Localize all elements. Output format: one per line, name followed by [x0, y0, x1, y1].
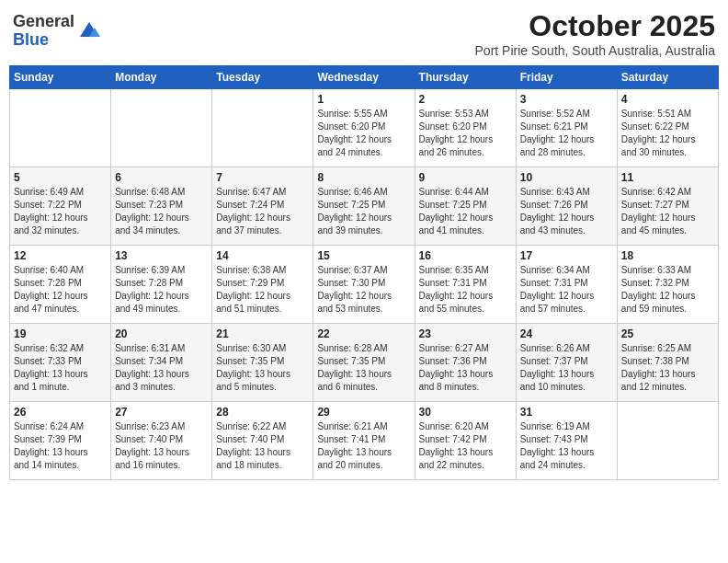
calendar-cell: 29Sunrise: 6:21 AMSunset: 7:41 PMDayligh… [313, 402, 415, 480]
day-info: Sunrise: 6:30 AMSunset: 7:35 PMDaylight:… [216, 342, 309, 394]
calendar-cell [212, 89, 313, 167]
weekday-header-sunday: Sunday [10, 66, 111, 89]
day-info: Sunrise: 5:55 AMSunset: 6:20 PMDaylight:… [317, 108, 410, 159]
weekday-header-friday: Friday [516, 66, 617, 89]
day-info: Sunrise: 6:39 AMSunset: 7:28 PMDaylight:… [115, 264, 208, 316]
day-number: 11 [621, 171, 714, 184]
calendar-cell: 16Sunrise: 6:35 AMSunset: 7:31 PMDayligh… [415, 246, 516, 324]
day-number: 25 [621, 327, 714, 340]
day-number: 8 [317, 171, 410, 184]
day-info: Sunrise: 6:48 AMSunset: 7:23 PMDaylight:… [115, 186, 208, 237]
weekday-header-tuesday: Tuesday [212, 66, 313, 89]
calendar-cell: 2Sunrise: 5:53 AMSunset: 6:20 PMDaylight… [415, 89, 516, 167]
calendar-week-1: 1Sunrise: 5:55 AMSunset: 6:20 PMDaylight… [10, 89, 719, 167]
day-info: Sunrise: 6:47 AMSunset: 7:24 PMDaylight:… [216, 186, 309, 237]
calendar-cell: 27Sunrise: 6:23 AMSunset: 7:40 PMDayligh… [111, 402, 212, 480]
day-info: Sunrise: 6:35 AMSunset: 7:31 PMDaylight:… [419, 264, 512, 316]
weekday-header-monday: Monday [111, 66, 212, 89]
calendar-header: SundayMondayTuesdayWednesdayThursdayFrid… [10, 66, 719, 89]
day-info: Sunrise: 6:24 AMSunset: 7:39 PMDaylight:… [14, 420, 107, 472]
calendar-week-5: 26Sunrise: 6:24 AMSunset: 7:39 PMDayligh… [10, 402, 719, 480]
day-number: 28 [216, 406, 309, 419]
day-number: 7 [216, 171, 309, 184]
calendar-cell: 18Sunrise: 6:33 AMSunset: 7:32 PMDayligh… [617, 246, 718, 324]
calendar-cell: 28Sunrise: 6:22 AMSunset: 7:40 PMDayligh… [212, 402, 313, 480]
day-number: 21 [216, 327, 309, 340]
title-area: October 2025 Port Pirie South, South Aus… [475, 9, 715, 58]
day-number: 13 [115, 249, 208, 262]
day-info: Sunrise: 6:42 AMSunset: 7:27 PMDaylight:… [621, 186, 714, 237]
logo: General Blue [13, 13, 102, 50]
day-number: 20 [115, 327, 208, 340]
calendar-cell: 3Sunrise: 5:52 AMSunset: 6:21 PMDaylight… [516, 89, 617, 167]
day-number: 30 [419, 406, 512, 419]
page-header: General Blue October 2025 Port Pirie Sou… [9, 9, 719, 58]
day-number: 14 [216, 249, 309, 262]
calendar-cell: 6Sunrise: 6:48 AMSunset: 7:23 PMDaylight… [111, 167, 212, 246]
calendar-cell [10, 89, 111, 167]
calendar-cell: 7Sunrise: 6:47 AMSunset: 7:24 PMDaylight… [212, 167, 313, 246]
day-info: Sunrise: 6:38 AMSunset: 7:29 PMDaylight:… [216, 264, 309, 316]
calendar-cell: 23Sunrise: 6:27 AMSunset: 7:36 PMDayligh… [415, 324, 516, 402]
day-info: Sunrise: 6:20 AMSunset: 7:42 PMDaylight:… [419, 420, 512, 472]
weekday-header-wednesday: Wednesday [313, 66, 415, 89]
location-subtitle: Port Pirie South, South Australia, Austr… [475, 43, 715, 58]
calendar-week-4: 19Sunrise: 6:32 AMSunset: 7:33 PMDayligh… [10, 324, 719, 402]
day-info: Sunrise: 5:53 AMSunset: 6:20 PMDaylight:… [419, 108, 512, 159]
weekday-header-thursday: Thursday [415, 66, 516, 89]
day-info: Sunrise: 6:27 AMSunset: 7:36 PMDaylight:… [419, 342, 512, 394]
calendar-cell: 17Sunrise: 6:34 AMSunset: 7:31 PMDayligh… [516, 246, 617, 324]
day-number: 23 [419, 327, 512, 340]
day-number: 22 [317, 327, 410, 340]
calendar-cell [617, 402, 718, 480]
calendar-cell: 10Sunrise: 6:43 AMSunset: 7:26 PMDayligh… [516, 167, 617, 246]
logo-icon [76, 18, 102, 44]
day-number: 16 [419, 249, 512, 262]
day-info: Sunrise: 6:23 AMSunset: 7:40 PMDaylight:… [115, 420, 208, 472]
logo-blue: Blue [13, 30, 49, 49]
logo-general: General [13, 12, 74, 30]
weekday-row: SundayMondayTuesdayWednesdayThursdayFrid… [10, 66, 719, 89]
calendar-cell: 24Sunrise: 6:26 AMSunset: 7:37 PMDayligh… [516, 324, 617, 402]
day-info: Sunrise: 6:40 AMSunset: 7:28 PMDaylight:… [14, 264, 107, 316]
calendar-table: SundayMondayTuesdayWednesdayThursdayFrid… [9, 65, 719, 480]
day-number: 1 [317, 93, 410, 106]
calendar-body: 1Sunrise: 5:55 AMSunset: 6:20 PMDaylight… [10, 89, 719, 480]
day-info: Sunrise: 6:33 AMSunset: 7:32 PMDaylight:… [621, 264, 714, 316]
calendar-cell: 22Sunrise: 6:28 AMSunset: 7:35 PMDayligh… [313, 324, 415, 402]
day-number: 19 [14, 327, 107, 340]
calendar-cell: 1Sunrise: 5:55 AMSunset: 6:20 PMDaylight… [313, 89, 415, 167]
day-number: 29 [317, 406, 410, 419]
day-number: 24 [520, 327, 613, 340]
day-info: Sunrise: 6:25 AMSunset: 7:38 PMDaylight:… [621, 342, 714, 394]
day-info: Sunrise: 6:21 AMSunset: 7:41 PMDaylight:… [317, 420, 410, 472]
day-number: 18 [621, 249, 714, 262]
day-number: 26 [14, 406, 107, 419]
weekday-header-saturday: Saturday [617, 66, 718, 89]
day-number: 10 [520, 171, 613, 184]
month-title: October 2025 [475, 9, 715, 43]
day-number: 27 [115, 406, 208, 419]
calendar-cell: 9Sunrise: 6:44 AMSunset: 7:25 PMDaylight… [415, 167, 516, 246]
day-info: Sunrise: 6:32 AMSunset: 7:33 PMDaylight:… [14, 342, 107, 394]
day-number: 5 [14, 171, 107, 184]
calendar-cell: 30Sunrise: 6:20 AMSunset: 7:42 PMDayligh… [415, 402, 516, 480]
day-info: Sunrise: 6:22 AMSunset: 7:40 PMDaylight:… [216, 420, 309, 472]
calendar-cell: 26Sunrise: 6:24 AMSunset: 7:39 PMDayligh… [10, 402, 111, 480]
day-info: Sunrise: 5:51 AMSunset: 6:22 PMDaylight:… [621, 108, 714, 159]
calendar-cell: 21Sunrise: 6:30 AMSunset: 7:35 PMDayligh… [212, 324, 313, 402]
day-info: Sunrise: 6:28 AMSunset: 7:35 PMDaylight:… [317, 342, 410, 394]
calendar-cell: 19Sunrise: 6:32 AMSunset: 7:33 PMDayligh… [10, 324, 111, 402]
day-info: Sunrise: 6:34 AMSunset: 7:31 PMDaylight:… [520, 264, 613, 316]
calendar-cell: 12Sunrise: 6:40 AMSunset: 7:28 PMDayligh… [10, 246, 111, 324]
calendar-cell: 31Sunrise: 6:19 AMSunset: 7:43 PMDayligh… [516, 402, 617, 480]
calendar-cell: 13Sunrise: 6:39 AMSunset: 7:28 PMDayligh… [111, 246, 212, 324]
day-info: Sunrise: 6:19 AMSunset: 7:43 PMDaylight:… [520, 420, 613, 472]
day-info: Sunrise: 6:49 AMSunset: 7:22 PMDaylight:… [14, 186, 107, 237]
day-number: 9 [419, 171, 512, 184]
calendar-week-2: 5Sunrise: 6:49 AMSunset: 7:22 PMDaylight… [10, 167, 719, 246]
calendar-cell [111, 89, 212, 167]
calendar-cell: 20Sunrise: 6:31 AMSunset: 7:34 PMDayligh… [111, 324, 212, 402]
day-number: 6 [115, 171, 208, 184]
calendar-cell: 5Sunrise: 6:49 AMSunset: 7:22 PMDaylight… [10, 167, 111, 246]
